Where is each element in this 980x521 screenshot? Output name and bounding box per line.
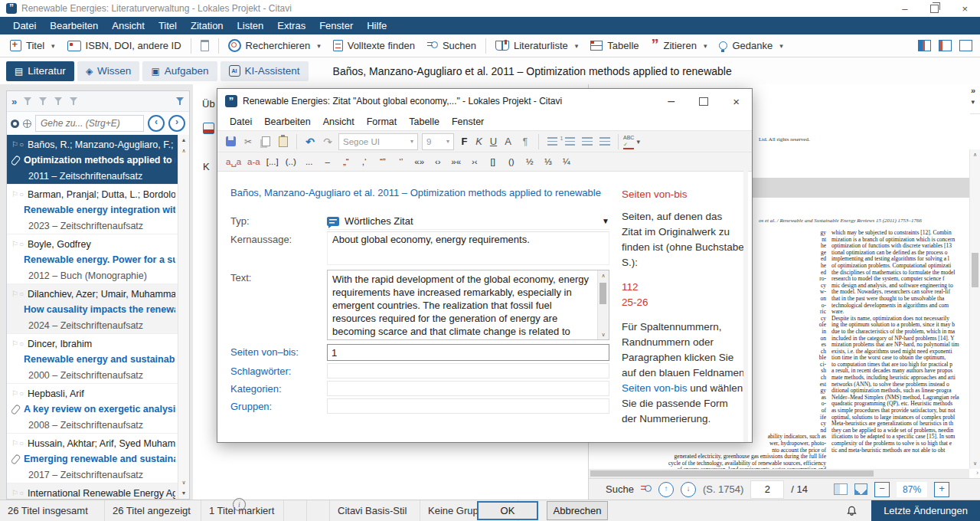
delete-button[interactable] (195, 37, 214, 55)
menu-item[interactable]: Datei (6, 17, 43, 34)
filter-undo-icon[interactable] (23, 97, 32, 106)
tab-overflow-icon[interactable]: » (971, 86, 975, 95)
navigate-forward-button[interactable]: › (168, 115, 185, 132)
cancel-button[interactable]: Abbrechen (547, 501, 608, 520)
statusbar-cell[interactable]: Citavi Basis-Stil (330, 500, 420, 521)
scrollbar-thumb[interactable] (972, 253, 978, 287)
literaturliste-button[interactable]: Literaturliste (490, 37, 583, 55)
zitieren-button[interactable]: Zitieren (646, 37, 713, 55)
symbol-button[interactable]: () (503, 155, 520, 169)
layout-one-pane-icon[interactable] (959, 40, 972, 51)
gear-icon[interactable] (11, 120, 19, 128)
scroll-down-icon[interactable]: ∨ (598, 329, 609, 339)
font-size-select[interactable]: 9 (422, 133, 454, 150)
reference-list-item[interactable]: International Renewable Energy Age (7, 483, 178, 499)
symbol-button[interactable]: »« (448, 155, 465, 169)
indent-button[interactable] (598, 135, 612, 149)
quotation-text-field[interactable]: With the rapid development of the global… (327, 270, 609, 340)
format-button[interactable]: K (472, 135, 485, 149)
statusbar-cell[interactable] (284, 500, 307, 521)
symbol-button[interactable]: [...] (264, 155, 281, 169)
menu-item[interactable]: Ansicht (105, 17, 152, 34)
dialog-minimize-button[interactable]: – (668, 94, 675, 108)
middle-pane-tab[interactable]: Üb (202, 98, 215, 110)
symbol-button[interactable]: ½ (521, 155, 538, 169)
tab-ki-assistent[interactable]: KI-Assistent (220, 61, 309, 81)
reference-list-item[interactable]: Dilanchiev, Azer; Umair, MuhammadHow cau… (7, 284, 178, 334)
previous-result-button[interactable]: ↑ (658, 482, 674, 497)
symbol-button[interactable]: ‘’ (393, 155, 410, 169)
pdf-search-icon[interactable] (641, 484, 652, 494)
dialog-menu-item[interactable]: Bearbeiten (258, 116, 316, 127)
dialog-maximize-button[interactable] (699, 97, 708, 106)
paste-button[interactable] (276, 135, 290, 149)
zoom-in-button[interactable]: + (934, 482, 949, 497)
statusbar-cell[interactable]: 26 Titel insgesamt (0, 500, 105, 521)
next-result-button[interactable]: ↓ (681, 482, 696, 497)
add-title-button[interactable]: Titel (5, 37, 60, 55)
scroll-to-end-icon[interactable]: ▼ (178, 488, 189, 499)
symbol-button[interactable]: ›‹ (466, 155, 483, 169)
last-changes-button[interactable]: Letzte Änderungen (871, 500, 980, 521)
tab-literatur[interactable]: ▤ Literatur (6, 61, 74, 81)
layout-three-pane-icon[interactable] (918, 40, 931, 51)
minimize-button[interactable]: – (902, 3, 907, 15)
suchen-button[interactable]: Suchen (422, 37, 482, 55)
dialog-menu-item[interactable]: Format (361, 116, 403, 127)
dialog-menu-item[interactable]: Datei (224, 116, 258, 127)
filter-table-icon[interactable] (69, 97, 78, 106)
format-button[interactable]: F (458, 135, 471, 149)
list-scrollbar[interactable]: ▲ ∧ ∨ ▼ (178, 135, 189, 499)
undo-button[interactable]: ↶ (303, 135, 317, 149)
reference-list-item[interactable]: Boyle, GodfreyRenewable energy. Power fo… (7, 234, 178, 284)
bullet-list-button[interactable] (545, 135, 559, 149)
scroll-to-selected-icon[interactable]: ▲ (178, 135, 189, 146)
fit-page-icon[interactable] (854, 483, 867, 495)
quotation-type-dropdown[interactable]: Wörtliches Zitat ▼ (327, 213, 609, 230)
isbn-doi-button[interactable]: ISBN, DOI, andere ID (62, 37, 187, 55)
navigate-back-button[interactable]: ‹ (148, 115, 165, 132)
copy-button[interactable] (259, 135, 273, 149)
symbol-button[interactable]: ... (301, 155, 318, 169)
reference-list-item[interactable]: Baños, R.; Manzano-Agugliaro, F.; MOptim… (7, 135, 178, 185)
volltexte-button[interactable]: Volltexte finden (328, 37, 420, 55)
schlagwoerter-input[interactable] (327, 363, 609, 378)
cut-button[interactable]: ✂ (241, 135, 255, 149)
symbol-button[interactable]: ⅓ (540, 155, 557, 169)
close-button[interactable]: × (962, 3, 968, 15)
menu-item[interactable]: Extras (270, 17, 312, 34)
symbol-button[interactable]: [] (485, 155, 501, 169)
notifications-bell-icon[interactable] (846, 505, 858, 517)
format-button[interactable]: A (501, 135, 514, 149)
numbered-list-button[interactable] (563, 135, 577, 149)
format-button[interactable]: U (487, 135, 500, 149)
statusbar-cell[interactable]: 26 Titel angezeigt (105, 500, 201, 521)
seiten-label[interactable]: Seiten von–bis: (230, 344, 327, 361)
symbol-button[interactable]: a␣a (224, 155, 243, 169)
seiten-input[interactable] (327, 344, 609, 361)
font-family-select[interactable]: Segoe UI (338, 133, 418, 150)
ok-button[interactable]: OK (477, 501, 538, 520)
filter-icon[interactable] (175, 97, 185, 106)
restore-button[interactable] (930, 5, 939, 13)
symbol-button[interactable]: – (319, 155, 336, 169)
recherchieren-button[interactable]: Recherchieren (223, 37, 326, 55)
help-scrollbar[interactable] (743, 170, 748, 442)
scrollbar-thumb[interactable] (590, 470, 874, 477)
spellcheck-button[interactable]: ABC (625, 135, 639, 149)
tab-wissen[interactable]: ◈ Wissen (77, 61, 140, 81)
schlagwoerter-label[interactable]: Schlagwörter: (230, 363, 327, 378)
dialog-menu-item[interactable]: Fenster (446, 116, 490, 127)
dialog-menu-item[interactable]: Tabelle (403, 116, 446, 127)
scroll-up-icon[interactable]: ∧ (601, 273, 605, 278)
filter-column-icon[interactable] (54, 97, 63, 106)
pdf-horizontal-scrollbar[interactable]: › (589, 469, 969, 478)
menu-item[interactable]: Hilfe (360, 17, 394, 34)
layout-two-pane-icon[interactable] (939, 40, 952, 51)
tab-aufgaben[interactable]: ▣ Aufgaben (142, 61, 217, 81)
gruppen-input[interactable] (327, 398, 609, 414)
scroll-right-icon[interactable]: › (976, 469, 978, 477)
pdf-vertical-scrollbar[interactable]: ∧ ∨ (969, 149, 980, 469)
outdent-button[interactable] (580, 135, 594, 149)
reference-list-item[interactable]: Hepbasli, ArifA key review on exergetic … (7, 384, 178, 434)
